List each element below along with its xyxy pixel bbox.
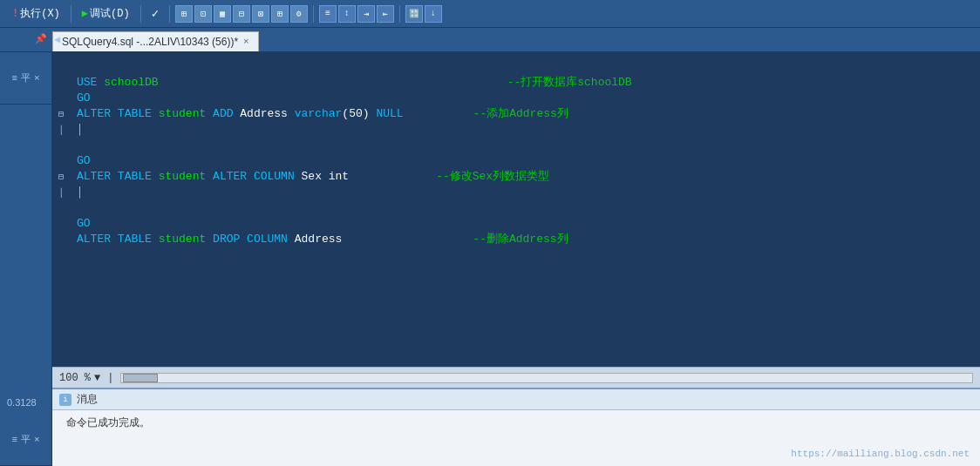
toolbar-separator-3 — [169, 5, 170, 23]
code-line-alter-column: ALTER TABLE student ALTER COLUMN Sex int… — [77, 169, 973, 185]
collapse-line-2: │ — [58, 188, 64, 198]
code-line-use: USE schoolDB --打开数据库schoolDB — [77, 75, 973, 91]
val-address-1: Address — [240, 106, 288, 122]
code-line-blank-2 — [77, 138, 973, 153]
exclamation-icon: ! — [12, 8, 18, 20]
comment-3: --修改Sex列数据类型 — [436, 169, 549, 185]
status-separator: | — [107, 372, 113, 384]
toolbar-separator-5 — [399, 5, 400, 23]
toolbar-check[interactable]: ✓ — [146, 4, 164, 23]
message-content: 命令已成功完成。 — [52, 410, 980, 436]
toolbar-execute[interactable]: ! 执行(X) — [7, 4, 65, 23]
message-icon: i — [59, 394, 71, 406]
tab-sqlquery[interactable]: SQLQuery4.sql -...2ALIV\10343 (56))* × — [52, 31, 259, 51]
collapse-btn-2[interactable]: ⊟ — [58, 172, 64, 182]
code-line-go-3: GO — [77, 216, 973, 232]
toolbar-icon-13[interactable]: ↓ — [425, 5, 442, 23]
toolbar-separator-4 — [313, 5, 314, 23]
comment-1: --打开数据库schoolDB — [507, 75, 632, 91]
kw-drop: DROP — [213, 232, 240, 247]
punc-2: ) — [363, 106, 370, 122]
toolbar-icons-group3: 🔡 ↓ — [405, 5, 442, 23]
val-sex: Sex — [302, 169, 322, 185]
code-line-inner-2: │ — [77, 185, 973, 200]
main-layout: ≡ 平 × 0.3128 ≡ 平 × ⊟ │ — [0, 52, 980, 466]
kw-column-2: COLUMN — [247, 232, 288, 247]
code-line-inner-1: │ — [77, 122, 973, 138]
code-line-blank-3 — [77, 200, 973, 216]
debug-label[interactable]: 调试(D) — [90, 6, 130, 21]
code-line-alter-drop: ALTER TABLE student DROP COLUMN Address … — [77, 232, 973, 247]
toolbar-icons-group2: ≡ ↕ ⇥ ⇤ — [319, 5, 394, 23]
toolbar-icon-9[interactable]: ↕ — [338, 5, 356, 23]
toolbar-icon-10[interactable]: ⇥ — [357, 5, 375, 23]
message-title: 消息 — [77, 392, 98, 407]
toolbar-separator-2 — [140, 5, 141, 23]
kw-column-1: COLUMN — [254, 169, 295, 185]
tab-close-button[interactable]: × — [243, 37, 249, 47]
kw-table-3: TABLE — [118, 232, 152, 247]
panel-label-1: 平 — [21, 71, 31, 84]
zoom-dropdown-icon[interactable]: ▼ — [94, 372, 100, 384]
execute-label[interactable]: 执行(X) — [20, 6, 60, 21]
kw-add: ADD — [213, 106, 233, 122]
toolbar-icon-11[interactable]: ⇤ — [377, 5, 394, 23]
comment-4: --删除Address列 — [473, 232, 568, 247]
toolbar-icon-7[interactable]: ⚙ — [290, 5, 308, 23]
kw-alter-4: ALTER — [77, 232, 111, 247]
code-line-alter-add: ALTER TABLE student ADD Address varchar … — [77, 106, 973, 122]
toolbar-icons-group: ⊞ ⊡ ▦ ⊟ ⊠ ⊞ ⚙ — [175, 5, 308, 23]
kw-alter-2: ALTER — [77, 169, 111, 185]
kw-varchar: varchar — [295, 106, 343, 122]
horizontal-scrollbar[interactable] — [120, 373, 973, 383]
num-50: 50 — [349, 106, 363, 122]
play-icon: ▶ — [82, 7, 88, 20]
toolbar: ! 执行(X) ▶ 调试(D) ✓ ⊞ ⊡ ▦ ⊟ ⊠ ⊞ ⚙ ≡ ↕ ⇥ ⇤ … — [0, 0, 980, 28]
code-area[interactable]: ⊟ │ ⊟ │ — [52, 52, 980, 367]
left-panel-item-2[interactable]: ≡ 平 × — [0, 414, 51, 466]
pin-icon-1: ≡ — [11, 73, 17, 84]
toolbar-icon-12[interactable]: 🔡 — [405, 5, 423, 23]
toolbar-separator-1 — [71, 5, 71, 23]
obj-student-2: student — [159, 169, 207, 185]
kw-table-1: TABLE — [118, 106, 152, 122]
code-line-go-2: GO — [77, 153, 973, 169]
left-panel-item-1[interactable]: ≡ 平 × — [0, 52, 51, 105]
zoom-label: 100 % — [59, 372, 91, 384]
close-icon-2[interactable]: × — [34, 435, 40, 445]
pin-icon-2: ≡ — [11, 435, 17, 445]
toolbar-icon-2[interactable]: ⊡ — [194, 5, 212, 23]
message-panel: i 消息 命令已成功完成。 — [52, 388, 980, 466]
editor-container: ⊟ │ ⊟ │ — [52, 52, 980, 466]
collapse-line-1: │ — [58, 125, 64, 135]
comment-2: --添加Address列 — [473, 106, 568, 122]
tab-nav-pin[interactable]: 📌 — [35, 33, 47, 44]
toolbar-icon-6[interactable]: ⊞ — [271, 5, 289, 23]
tab-nav-left[interactable]: ◀ — [54, 33, 60, 46]
toolbar-icon-5[interactable]: ⊠ — [252, 5, 269, 23]
line-numbers: ⊟ │ ⊟ │ — [52, 59, 70, 360]
toolbar-icon-1[interactable]: ⊞ — [175, 5, 193, 23]
code-line-go-1: GO — [77, 91, 973, 106]
val-int: int — [329, 169, 349, 185]
kw-alter-1: ALTER — [77, 106, 111, 122]
toolbar-icon-8[interactable]: ≡ — [319, 5, 337, 23]
punc-1: ( — [342, 106, 349, 122]
toolbar-icon-3[interactable]: ▦ — [214, 5, 231, 23]
toolbar-icon-4[interactable]: ⊟ — [233, 5, 250, 23]
kw-use: USE — [77, 75, 97, 91]
code-lines: USE schoolDB --打开数据库schoolDB GO ALTER TA… — [70, 59, 980, 360]
panel-label-2: 平 — [21, 433, 31, 446]
kw-go-3: GO — [77, 216, 91, 232]
tab-title: SQLQuery4.sql -...2ALIV\10343 (56))* — [62, 36, 238, 48]
obj-student-1: student — [159, 106, 207, 122]
toolbar-debug[interactable]: ▶ 调试(D) — [77, 4, 135, 23]
close-icon-1[interactable]: × — [34, 73, 40, 84]
collapse-btn-1[interactable]: ⊟ — [58, 109, 64, 119]
obj-schooldb-1: schoolDB — [104, 75, 158, 91]
kw-null-1: NULL — [376, 106, 403, 122]
left-panel: ≡ 平 × 0.3128 ≡ 平 × — [0, 52, 52, 466]
message-text: 命令已成功完成。 — [66, 416, 150, 429]
message-header: i 消息 — [52, 389, 980, 410]
kw-table-2: TABLE — [118, 169, 152, 185]
